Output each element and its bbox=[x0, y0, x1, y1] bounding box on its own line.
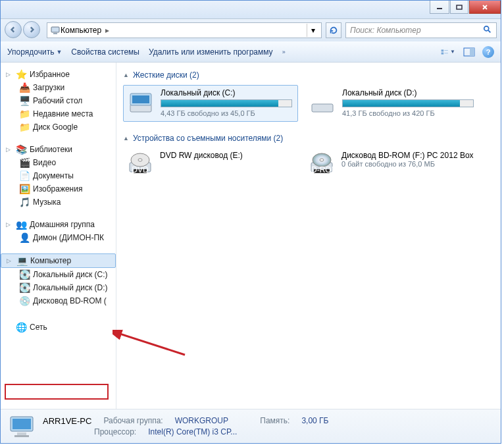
chevron-down-icon: ▼ bbox=[56, 49, 62, 55]
video-icon: 🎬 bbox=[19, 157, 30, 168]
nav-homegroup[interactable]: ▷👥Домашняя группа bbox=[1, 218, 116, 231]
status-computer-name: ARR1VE-PC bbox=[43, 416, 91, 426]
group-removable[interactable]: ▲Устройства со съемными носителями (2) bbox=[123, 134, 494, 143]
collapse-icon: ▲ bbox=[123, 135, 129, 142]
group-hdd-title: Жесткие диски (2) bbox=[133, 70, 199, 80]
nav-bdrom[interactable]: 💿Дисковод BD-ROM ( bbox=[1, 294, 116, 307]
navigation-pane: ▷⭐Избранное 📥Загрузки 🖥️Рабочий стол 📁Не… bbox=[1, 63, 116, 409]
chevron-right-icon: ▸ bbox=[103, 26, 112, 35]
back-button[interactable] bbox=[5, 21, 22, 38]
nav-computer[interactable]: ▷💻Компьютер bbox=[1, 253, 116, 268]
drive-d[interactable]: Локальный диск (D:) 41,3 ГБ свободно из … bbox=[305, 85, 480, 122]
annotation-highlight bbox=[5, 384, 109, 400]
svg-rect-13 bbox=[470, 48, 474, 56]
drive-c[interactable]: Локальный диск (C:) 4,43 ГБ свободно из … bbox=[123, 85, 298, 122]
organize-label: Упорядочить bbox=[7, 47, 54, 57]
search-icon bbox=[483, 25, 492, 36]
svg-rect-5 bbox=[53, 33, 57, 34]
svg-rect-4 bbox=[51, 27, 59, 32]
toolbar-overflow[interactable]: » bbox=[282, 49, 286, 55]
svg-point-6 bbox=[484, 26, 489, 30]
refresh-button[interactable] bbox=[326, 22, 341, 38]
uninstall-button[interactable]: Удалить или изменить программу bbox=[149, 47, 273, 57]
expand-icon: ▷ bbox=[6, 221, 13, 228]
svg-point-26 bbox=[320, 159, 324, 161]
search-placeholder: Поиск: Компьютер bbox=[350, 26, 421, 35]
svg-rect-31 bbox=[17, 433, 26, 435]
nav-drive-c[interactable]: 💽Локальный диск (C:) bbox=[1, 268, 116, 281]
drive-c-free: 4,43 ГБ свободно из 45,0 ГБ bbox=[161, 109, 295, 117]
system-properties-button[interactable]: Свойства системы bbox=[71, 47, 139, 57]
network-icon: 🌐 bbox=[16, 322, 26, 332]
nav-google-drive[interactable]: 📁Диск Google bbox=[1, 120, 116, 134]
preview-pane-button[interactable] bbox=[461, 45, 477, 59]
document-icon: 📄 bbox=[19, 171, 30, 181]
organize-button[interactable]: Упорядочить▼ bbox=[7, 47, 62, 57]
nav-recent[interactable]: 📁Недавние места bbox=[1, 107, 116, 120]
search-input[interactable]: Поиск: Компьютер bbox=[345, 22, 497, 38]
device-bdrom-name: Дисковод BD-ROM (F:) PC 2012 Box bbox=[341, 151, 477, 160]
nav-downloads[interactable]: 📥Загрузки bbox=[1, 81, 116, 94]
expand-icon: ▷ bbox=[6, 146, 13, 153]
minimize-button[interactable] bbox=[430, 1, 449, 14]
nav-network-label: Сеть bbox=[30, 323, 47, 332]
address-bar[interactable]: Компьютер▸ ▾ bbox=[47, 22, 322, 38]
svg-line-14 bbox=[118, 333, 185, 355]
annotation-arrow bbox=[113, 330, 191, 363]
device-dvd[interactable]: DVD DVD RW дисковод (E:) bbox=[123, 148, 298, 182]
device-bdrom[interactable]: CD-ROM Дисковод BD-ROM (F:) PC 2012 Box … bbox=[305, 148, 480, 182]
nav-documents[interactable]: 📄Документы bbox=[1, 169, 116, 182]
libraries-icon: 📚 bbox=[16, 144, 26, 155]
dvd-icon: DVD bbox=[126, 151, 155, 180]
svg-rect-9 bbox=[441, 52, 444, 54]
gdrive-icon: 📁 bbox=[19, 122, 30, 132]
nav-favorites[interactable]: ▷⭐Избранное bbox=[1, 68, 116, 81]
status-memory: 3,00 ГБ bbox=[301, 416, 328, 426]
music-icon: 🎵 bbox=[19, 197, 30, 207]
address-dropdown[interactable]: ▾ bbox=[307, 24, 318, 37]
expand-icon: ▷ bbox=[6, 71, 13, 78]
picture-icon: 🖼️ bbox=[19, 184, 30, 194]
status-workgroup: WORKGROUP bbox=[175, 416, 228, 426]
nav-libraries[interactable]: ▷📚Библиотеки bbox=[1, 143, 116, 156]
device-dvd-name: DVD RW дисковод (E:) bbox=[160, 151, 295, 160]
nav-network[interactable]: ▷🌐Сеть bbox=[1, 321, 116, 334]
svg-point-21 bbox=[138, 159, 142, 161]
drive-d-free: 41,3 ГБ свободно из 420 ГБ bbox=[342, 109, 476, 117]
close-button[interactable] bbox=[469, 1, 501, 14]
view-button[interactable]: ▼ bbox=[440, 45, 456, 59]
computer-icon: 💻 bbox=[16, 255, 27, 266]
nav-libraries-label: Библиотеки bbox=[30, 145, 72, 154]
star-icon: ⭐ bbox=[16, 69, 26, 80]
nav-desktop[interactable]: 🖥️Рабочий стол bbox=[1, 94, 116, 107]
maximize-button[interactable] bbox=[450, 1, 468, 14]
forward-button[interactable] bbox=[23, 21, 40, 38]
homegroup-icon: 👥 bbox=[16, 219, 26, 230]
nav-videos[interactable]: 🎬Видео bbox=[1, 156, 116, 169]
breadcrumb[interactable]: Компьютер▸ bbox=[61, 26, 112, 35]
svg-line-7 bbox=[488, 30, 491, 32]
uninstall-label: Удалить или изменить программу bbox=[149, 47, 273, 57]
svg-rect-18 bbox=[312, 104, 333, 112]
cd-icon: 💿 bbox=[19, 296, 30, 306]
group-removable-title: Устройства со съемными носителями (2) bbox=[133, 134, 283, 143]
recent-icon: 📁 bbox=[19, 109, 30, 119]
user-icon: 👤 bbox=[19, 232, 30, 243]
toolbar: Упорядочить▼ Свойства системы Удалить ил… bbox=[1, 41, 501, 63]
nav-homegroup-label: Домашняя группа bbox=[30, 220, 95, 229]
status-bar: ARR1VE-PC Рабочая группа: WORKGROUP Памя… bbox=[1, 409, 501, 443]
nav-homegroup-user[interactable]: 👤Димон (ДИМОН-ПК bbox=[1, 231, 116, 244]
nav-music[interactable]: 🎵Музыка bbox=[1, 196, 116, 209]
nav-drive-d[interactable]: 💽Локальный диск (D:) bbox=[1, 281, 116, 294]
drive-d-bar bbox=[342, 99, 474, 107]
hdd-icon bbox=[308, 88, 337, 117]
drive-d-name: Локальный диск (D:) bbox=[342, 88, 476, 97]
sysprops-label: Свойства системы bbox=[71, 47, 139, 57]
group-hard-drives[interactable]: ▲Жесткие диски (2) bbox=[123, 70, 494, 80]
svg-rect-32 bbox=[14, 435, 29, 437]
titlebar bbox=[1, 1, 501, 19]
help-button[interactable]: ? bbox=[482, 46, 494, 58]
nav-pictures[interactable]: 🖼️Изображения bbox=[1, 182, 116, 196]
cdrom-icon: CD-ROM bbox=[307, 151, 336, 180]
breadcrumb-label: Компьютер bbox=[61, 26, 101, 35]
